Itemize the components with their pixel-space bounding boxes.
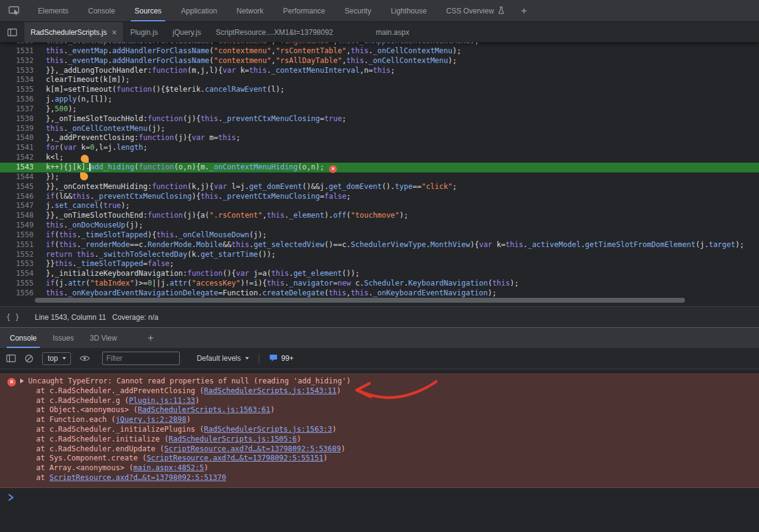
stack-link[interactable]: main.aspx:4852:5: [133, 464, 204, 472]
tab-security[interactable]: Security: [335, 0, 381, 21]
line-number[interactable]: 1532: [0, 56, 34, 66]
tab-application[interactable]: Application: [171, 0, 227, 21]
line-number[interactable]: 1553: [0, 259, 34, 269]
console-prompt[interactable]: [0, 493, 759, 503]
tab-console[interactable]: Console: [78, 0, 125, 21]
tab-performance[interactable]: Performance: [273, 0, 335, 21]
code-line[interactable]: 1548}},_onTimeSlotTouchEnd:function(j){a…: [0, 211, 759, 221]
code-line[interactable]: 1534clearTimeout(k[m]);: [0, 75, 759, 85]
line-number[interactable]: 1538: [0, 114, 34, 124]
tab-network[interactable]: Network: [227, 0, 273, 21]
line-number[interactable]: 1543: [0, 163, 34, 172]
code-line[interactable]: 1540},_addPreventClosing:function(j){var…: [0, 133, 759, 143]
line-number[interactable]: 1534: [0, 75, 34, 85]
code-line[interactable]: 1532this._eventMap.addHandlerForClassNam…: [0, 56, 759, 66]
stack-link[interactable]: RadSchedulerScripts.js:1505:6: [169, 435, 297, 443]
line-number[interactable]: 1546: [0, 192, 34, 202]
code-line[interactable]: 1542k<l;: [0, 153, 759, 163]
code-line[interactable]: 1554},_initializeKeyboardNavigation:func…: [0, 269, 759, 279]
code-line[interactable]: 1547j.set_cancel(true);: [0, 201, 759, 211]
line-number[interactable]: 1544: [0, 172, 34, 182]
issues-counter[interactable]: 99+: [269, 353, 294, 364]
line-number[interactable]: 1540: [0, 133, 34, 143]
console-filter-input[interactable]: [102, 352, 180, 365]
line-number[interactable]: 1535: [0, 85, 34, 95]
drawer-tab-issues[interactable]: Issues: [45, 328, 82, 348]
code-line[interactable]: 1556this._onKeyboardEventNavigationDeleg…: [0, 289, 759, 298]
add-drawer-tab-icon[interactable]: +: [141, 328, 160, 348]
close-icon[interactable]: ×: [112, 28, 117, 37]
file-tab-scriptresource[interactable]: ScriptResource....XM1&t=13798092: [209, 22, 341, 42]
line-number[interactable]: 1531: [0, 46, 34, 56]
line-number[interactable]: 1545: [0, 182, 34, 192]
line-number[interactable]: 1530: [0, 42, 34, 46]
drawer-tab-3d-view[interactable]: 3D View: [82, 328, 125, 348]
inline-error-icon[interactable]: ×: [329, 165, 337, 173]
console-sidebar-toggle-icon[interactable]: [6, 354, 16, 363]
code-line[interactable]: 1535k[m]=setTimeout(function(){$telerik.…: [0, 85, 759, 95]
code-line[interactable]: 1553}}this._timeSlotTapped=false;: [0, 259, 759, 269]
drawer-tab-console[interactable]: Console: [2, 328, 45, 348]
line-number[interactable]: 1551: [0, 240, 34, 250]
code-line[interactable]: 1541for(var k=0,l=j.length;: [0, 143, 759, 153]
line-number[interactable]: 1556: [0, 289, 34, 298]
live-expression-eye-icon[interactable]: [80, 355, 90, 362]
code-line[interactable]: 1533}},_addLongTouchHandler:function(m,j…: [0, 66, 759, 76]
file-tab-mainaspx[interactable]: main.aspx: [369, 22, 417, 42]
clear-console-icon[interactable]: [24, 354, 34, 363]
code-line[interactable]: 1546if(l&&this._preventCtxMenuClosing){t…: [0, 192, 759, 202]
code-line[interactable]: 1545}},_onContextMenuHiding:function(k,j…: [0, 182, 759, 192]
line-number[interactable]: 1547: [0, 201, 34, 211]
line-number[interactable]: 1539: [0, 124, 34, 134]
code-line[interactable]: 1552return this._switchToSelectedDay(k.g…: [0, 250, 759, 260]
source-editor[interactable]: 1530this._eventMap.addHandlerForClassNam…: [0, 42, 759, 306]
code-line[interactable]: 1531this._eventMap.addHandlerForClassNam…: [0, 46, 759, 56]
file-tab-plugin[interactable]: Plugin.js: [123, 22, 165, 42]
stack-link[interactable]: jQuery.js:2:2898: [116, 415, 187, 424]
line-number[interactable]: 1552: [0, 250, 34, 260]
code-line[interactable]: 1555if(j.attr("tabIndex")>=0||j.attr("ac…: [0, 279, 759, 289]
stack-link[interactable]: RadSchedulerScripts.js:1563:61: [138, 405, 270, 414]
selection-handle-top[interactable]: [81, 155, 89, 163]
code-line[interactable]: 1551if(this._renderMode==c.RenderMode.Mo…: [0, 240, 759, 250]
tab-elements[interactable]: Elements: [28, 0, 78, 21]
code-line[interactable]: 1543k++){j[k].add_hiding(function(o,n){m…: [0, 163, 759, 172]
file-tab-jquery[interactable]: jQuery.js: [165, 22, 208, 42]
horizontal-scrollbar[interactable]: [35, 298, 685, 303]
line-number[interactable]: 1554: [0, 269, 34, 279]
stack-link[interactable]: Plugin.js:11:33: [129, 396, 195, 405]
line-number[interactable]: 1548: [0, 211, 34, 221]
more-tools-add-icon[interactable]: +: [514, 0, 534, 21]
console-output[interactable]: × Uncaught TypeError: Cannot read proper…: [0, 369, 759, 532]
stack-link[interactable]: ScriptResource.axd?d…&t=13798092:5:55151: [147, 454, 324, 462]
line-number[interactable]: 1555: [0, 279, 34, 289]
code-line[interactable]: 1550if(this._timeSlotTapped){this._onCel…: [0, 231, 759, 240]
navigator-panel-toggle-icon[interactable]: [0, 22, 24, 42]
selection-handle-bottom[interactable]: [80, 172, 88, 180]
line-number[interactable]: 1537: [0, 105, 34, 114]
code-line[interactable]: 1549this._onDocMouseUp(j);: [0, 221, 759, 231]
stack-link[interactable]: RadSchedulerScripts.js:1563:3: [204, 425, 333, 434]
line-number[interactable]: 1541: [0, 143, 34, 153]
line-number[interactable]: 1550: [0, 231, 34, 240]
javascript-context-selector[interactable]: top: [42, 352, 71, 365]
pretty-print-icon[interactable]: { }: [6, 313, 20, 322]
line-number[interactable]: 1542: [0, 153, 34, 163]
log-levels-selector[interactable]: Default levels: [197, 354, 249, 363]
code-line[interactable]: 1539this._onCellContextMenu(j);: [0, 124, 759, 134]
code-line[interactable]: 1544});: [0, 172, 759, 182]
code-line[interactable]: 1536j.apply(n,[l]);: [0, 95, 759, 105]
stack-link[interactable]: RadSchedulerScripts.js:1543:11: [204, 386, 337, 395]
code-line[interactable]: 1538},_onTimeSlotTouchHold:function(j){t…: [0, 114, 759, 124]
file-tab-radschedulerscripts[interactable]: RadSchedulerScripts.js ×: [24, 22, 123, 42]
stack-link[interactable]: ScriptResource.axd?d…&t=13798092:5:53689: [165, 445, 341, 453]
code-line[interactable]: 1537},500);: [0, 105, 759, 114]
code-line[interactable]: 1530this._eventMap.addHandlerForClassNam…: [0, 42, 759, 46]
expand-triangle-icon[interactable]: [20, 379, 24, 383]
tab-lighthouse[interactable]: Lighthouse: [381, 0, 437, 21]
line-number[interactable]: 1549: [0, 221, 34, 231]
stack-link[interactable]: ScriptResource.axd?d…&t=13798092:5:51370: [50, 473, 226, 482]
tab-css-overview[interactable]: CSS Overview: [437, 0, 514, 21]
inspect-icon[interactable]: [0, 0, 28, 21]
line-number[interactable]: 1533: [0, 66, 34, 76]
